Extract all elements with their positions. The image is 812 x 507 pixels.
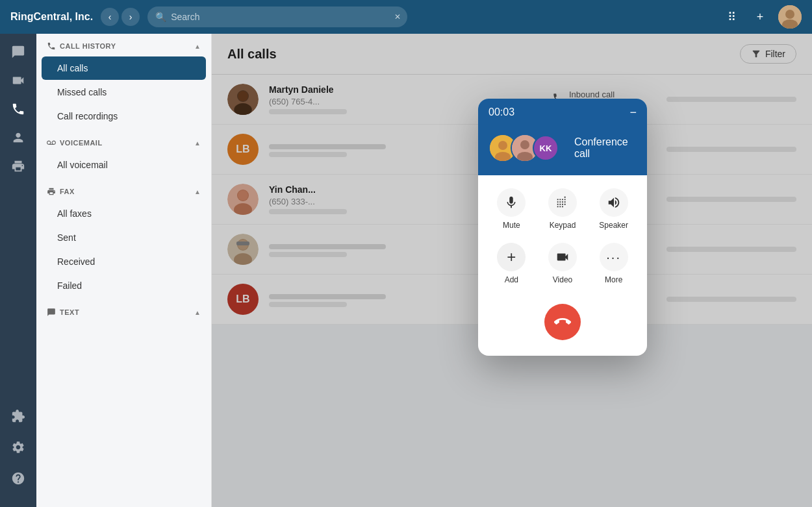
left-nav: CALL HISTORY ▲ All calls Missed calls Ca… — [36, 34, 212, 507]
speaker-label: Speaker — [599, 221, 628, 230]
user-avatar[interactable] — [778, 5, 802, 29]
keypad-icon — [548, 188, 577, 217]
nav-forward-button[interactable]: › — [121, 8, 140, 26]
nav-section-call-history: CALL HISTORY ▲ All calls Missed calls Ca… — [36, 34, 211, 128]
keypad-button[interactable]: Keypad — [540, 188, 586, 230]
voicemail-header[interactable]: VOICEMAIL ▲ — [36, 130, 211, 153]
call-popup-header: 00:03 − — [478, 99, 647, 126]
video-label: Video — [553, 275, 572, 284]
nav-section-voicemail: VOICEMAIL ▲ All voicemail — [36, 130, 211, 177]
text-header[interactable]: TEXT ▲ — [36, 300, 211, 322]
minimize-button[interactable]: − — [629, 106, 637, 118]
more-button[interactable]: ··· More — [590, 243, 637, 284]
text-chevron: ▲ — [194, 309, 201, 316]
speaker-icon — [600, 188, 628, 217]
call-participants: KK Conference call — [478, 126, 647, 175]
sidebar-icon-extensions[interactable] — [5, 403, 31, 429]
svg-point-23 — [520, 140, 529, 149]
call-controls: Mute Keypad Speaker — [478, 175, 647, 297]
nav-item-received[interactable]: Received — [42, 250, 206, 273]
call-history-header[interactable]: CALL HISTORY ▲ — [36, 34, 211, 56]
sidebar-icon-fax[interactable] — [5, 153, 31, 179]
nav-item-failed[interactable]: Failed — [42, 274, 206, 297]
more-icon: ··· — [600, 243, 628, 271]
text-title: TEXT — [47, 308, 79, 317]
nav-item-all-faxes[interactable]: All faxes — [42, 202, 206, 225]
sidebar-icon-help[interactable] — [5, 465, 31, 491]
keypad-label: Keypad — [550, 221, 576, 230]
call-history-title: CALL HISTORY — [47, 42, 116, 51]
end-call-button[interactable] — [544, 304, 581, 340]
sidebar-icon-chat[interactable] — [5, 39, 31, 65]
mute-button[interactable]: Mute — [488, 188, 535, 230]
topbar: RingCentral, Inc. ‹ › 🔍 ✕ ⠿ + — [0, 0, 812, 34]
main-content: All calls Filter Ma — [212, 34, 812, 507]
call-popup: 00:03 − — [478, 99, 647, 356]
search-input[interactable] — [147, 6, 407, 27]
nav-section-fax: FAX ▲ All faxes Sent Received Failed — [36, 179, 211, 297]
fax-title: FAX — [47, 187, 75, 196]
add-button[interactable]: + — [750, 6, 770, 27]
icon-sidebar — [0, 34, 36, 507]
svg-point-20 — [498, 141, 507, 150]
fax-header[interactable]: FAX ▲ — [36, 179, 211, 201]
mute-icon — [497, 188, 526, 217]
svg-point-1 — [785, 10, 794, 19]
sidebar-icon-video[interactable] — [5, 68, 31, 93]
search-wrapper: 🔍 ✕ — [147, 6, 407, 27]
nav-item-call-recordings[interactable]: Call recordings — [42, 105, 206, 128]
nav-item-missed-calls[interactable]: Missed calls — [42, 80, 206, 104]
nav-item-all-voicemail[interactable]: All voicemail — [42, 153, 206, 177]
voicemail-title: VOICEMAIL — [47, 138, 103, 147]
conference-call-label: Conference call — [574, 136, 637, 160]
apps-grid-button[interactable]: ⠿ — [721, 6, 742, 27]
nav-section-text: TEXT ▲ — [36, 300, 211, 322]
nav-item-all-calls[interactable]: All calls — [42, 56, 206, 80]
nav-item-sent[interactable]: Sent — [42, 226, 206, 249]
add-icon: + — [497, 243, 526, 271]
participant-avatars: KK — [488, 134, 559, 162]
nav-back-button[interactable]: ‹ — [101, 8, 119, 26]
more-label: More — [605, 275, 622, 284]
participant-avatar-kk: KK — [533, 135, 559, 161]
fax-chevron: ▲ — [194, 188, 201, 195]
sidebar-icon-phone[interactable] — [5, 96, 31, 122]
topbar-right: ⠿ + — [721, 5, 802, 29]
call-end-area — [478, 297, 647, 356]
app-title: RingCentral, Inc. — [10, 11, 93, 23]
add-label: Add — [505, 275, 518, 284]
sidebar-icon-settings[interactable] — [5, 434, 31, 460]
speaker-button[interactable]: Speaker — [590, 188, 637, 230]
call-history-chevron: ▲ — [194, 43, 201, 50]
avatar-image — [778, 5, 802, 29]
voicemail-chevron: ▲ — [194, 140, 201, 147]
mute-label: Mute — [503, 221, 520, 230]
sidebar-icon-contacts[interactable] — [5, 125, 31, 151]
call-timer: 00:03 — [488, 106, 514, 118]
video-icon — [548, 243, 577, 271]
video-button[interactable]: Video — [540, 243, 586, 284]
add-button[interactable]: + Add — [488, 243, 535, 284]
main-layout: CALL HISTORY ▲ All calls Missed calls Ca… — [0, 34, 812, 507]
sidebar-bottom-icons — [5, 403, 31, 502]
nav-arrows: ‹ › — [101, 8, 140, 26]
search-clear-icon[interactable]: ✕ — [394, 12, 401, 21]
